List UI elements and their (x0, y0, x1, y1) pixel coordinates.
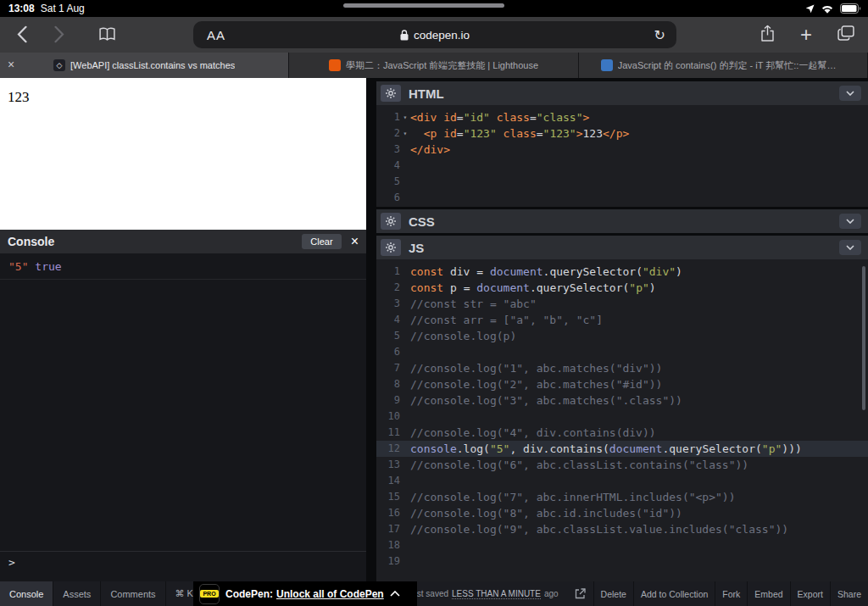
footer-assets-button[interactable]: Assets (53, 581, 101, 606)
tab-title: JavaScript 的 contains() 的判定 - iT 邦幫忙::一起… (618, 59, 845, 72)
js-editor-header: JS (376, 236, 868, 259)
code-line[interactable]: 7//console.log("1", abc.matches("div")) (376, 360, 868, 376)
css-editor-header: CSS (376, 209, 868, 233)
address-bar[interactable]: AA codepen.io ↻ (193, 21, 676, 48)
console-log-string: "5" (8, 260, 28, 273)
fold-spacer (400, 489, 410, 505)
js-collapse-button[interactable] (839, 240, 861, 255)
left-pane: 123 Console Clear × "5" true > (0, 78, 366, 581)
code-text (410, 473, 868, 489)
code-text: <div id="id" class="class"> (410, 109, 868, 125)
footer-console-button[interactable]: Console (0, 581, 53, 606)
code-line[interactable]: 8//console.log("2", abc.matches("#id")) (376, 376, 868, 392)
gear-icon (386, 216, 396, 226)
code-line[interactable]: 1▾<div id="id" class="class"> (376, 109, 868, 125)
pro-banner[interactable]: PRO CodePen: Unlock all of CodePen (193, 581, 417, 606)
code-line[interactable]: 4 (376, 158, 868, 174)
css-collapse-button[interactable] (839, 214, 861, 229)
status-date: Sat 1 Aug (41, 3, 85, 14)
code-text: //console.log("7", abc.innerHTML.include… (410, 489, 868, 505)
fold-spacer (400, 174, 410, 190)
code-text (410, 537, 868, 553)
banner-collapse-icon[interactable] (390, 591, 400, 597)
line-number: 4 (376, 312, 400, 328)
code-line[interactable]: 12console.log("5", div.contains(document… (376, 441, 868, 457)
fold-spacer (400, 392, 410, 409)
code-line[interactable]: 16//console.log("8", abc.id.includes("id… (376, 505, 868, 521)
code-line[interactable]: 9//console.log("3", abc.matches(".class"… (376, 392, 868, 409)
tab-1[interactable]: × ◇ [WebAPI] classList.contains vs match… (0, 53, 289, 78)
js-settings-button[interactable] (381, 239, 401, 256)
footer-comments-button[interactable]: Comments (101, 581, 165, 606)
clear-console-button[interactable]: Clear (302, 234, 341, 249)
code-line[interactable]: 6 (376, 344, 868, 360)
bookmarks-button[interactable] (98, 27, 116, 42)
code-text: </div> (410, 142, 868, 158)
code-line[interactable]: 14 (376, 473, 868, 489)
tab-2[interactable]: 學期二：JavaScript 前端完整技能 | Lighthouse (289, 53, 578, 78)
footer-export-button[interactable]: Export (790, 581, 830, 606)
close-console-button[interactable]: × (351, 235, 359, 248)
code-line[interactable]: 4//const arr = ["a", "b", "c"] (376, 312, 868, 328)
back-button[interactable] (17, 25, 27, 43)
code-text: const div = document.querySelector("div"… (410, 264, 868, 280)
code-line[interactable]: 18 (376, 537, 868, 553)
js-code-area[interactable]: 1const div = document.querySelector("div… (376, 259, 868, 581)
pane-resizer[interactable] (366, 78, 376, 581)
html-code-area[interactable]: 1▾<div id="id" class="class">2▾ <p id="1… (376, 105, 868, 207)
code-text (410, 190, 868, 206)
forward-button[interactable] (54, 25, 64, 43)
fold-spacer (400, 537, 410, 553)
tab-3[interactable]: JavaScript 的 contains() 的判定 - iT 邦幫忙::一起… (579, 53, 868, 78)
code-line[interactable]: 13//console.log("6", abc.classList.conta… (376, 457, 868, 473)
console-title: Console (8, 235, 302, 248)
banner-link[interactable]: Unlock all of CodePen (276, 588, 384, 600)
code-line[interactable]: 3//const str = "abc" (376, 296, 868, 312)
css-settings-button[interactable] (381, 213, 401, 230)
code-line[interactable]: 5//console.log(p) (376, 328, 868, 344)
html-editor-section: HTML 1▾<div id="id" class="class">2▾ <p … (376, 81, 868, 207)
ipad-screen: 13:08 Sat 1 Aug AA codepen.io ↻ (0, 0, 868, 606)
code-line[interactable]: 11//console.log("4", div.contains(div)) (376, 425, 868, 441)
console-command-input[interactable]: > (0, 551, 366, 581)
fold-arrow-icon[interactable]: ▾ (400, 109, 410, 125)
line-number: 3 (376, 296, 400, 312)
code-line[interactable]: 17//console.log("9", abc.classList.value… (376, 521, 868, 537)
reader-button[interactable]: AA (207, 28, 225, 42)
code-line[interactable]: 1const div = document.querySelector("div… (376, 264, 868, 280)
fold-arrow-icon[interactable]: ▾ (400, 125, 410, 142)
code-text: //console.log("3", abc.matches(".class")… (410, 392, 868, 409)
code-line[interactable]: 10 (376, 409, 868, 425)
close-tab-icon[interactable]: × (8, 58, 14, 70)
code-line[interactable]: 6 (376, 190, 868, 206)
code-text: //const str = "abc" (410, 296, 868, 312)
line-number: 18 (376, 537, 400, 553)
line-number: 12 (376, 441, 400, 457)
footer-fork-button[interactable]: Fork (715, 581, 747, 606)
code-line[interactable]: 3</div> (376, 142, 868, 158)
footer-share-button[interactable]: Share (830, 581, 868, 606)
status-icons (805, 3, 861, 14)
html-settings-button[interactable] (381, 85, 401, 102)
footer-actions: Last saved LESS THAN A MINUTE ago Delete… (399, 581, 868, 606)
reload-button[interactable]: ↻ (654, 27, 665, 43)
fold-spacer (400, 409, 410, 425)
tabs-button[interactable] (837, 25, 854, 44)
code-line[interactable]: 5 (376, 174, 868, 190)
status-time: 13:08 (8, 3, 35, 14)
footer-delete-button[interactable]: Delete (593, 581, 633, 606)
html-collapse-button[interactable] (839, 86, 861, 101)
open-live-view-button[interactable] (567, 581, 593, 606)
new-tab-button[interactable]: + (800, 25, 812, 45)
fold-spacer (400, 505, 410, 521)
code-line[interactable]: 2▾ <p id="123" class="123">123</p> (376, 125, 868, 142)
code-line[interactable]: 2const p = document.querySelector("p") (376, 280, 868, 296)
js-scrollbar[interactable] (862, 266, 865, 410)
share-button[interactable] (760, 25, 775, 46)
footer-add-to-collection-button[interactable]: Add to Collection (633, 581, 715, 606)
line-number: 2 (376, 280, 400, 296)
footer-embed-button[interactable]: Embed (747, 581, 789, 606)
code-line[interactable]: 15//console.log("7", abc.innerHTML.inclu… (376, 489, 868, 505)
code-line[interactable]: 19 (376, 553, 868, 570)
code-text (410, 174, 868, 190)
